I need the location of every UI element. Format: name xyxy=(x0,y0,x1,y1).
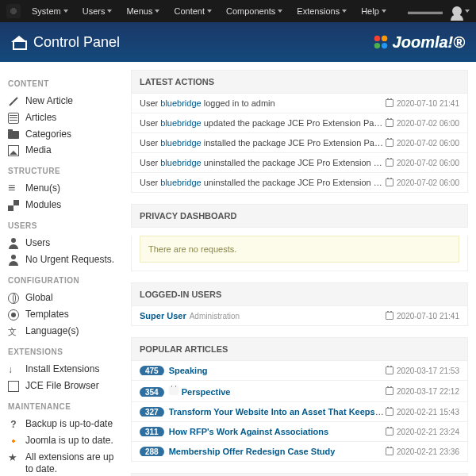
page-header: Control Panel Joomla!® xyxy=(0,22,476,62)
menu-content[interactable]: Content xyxy=(167,3,218,19)
chevron-down-icon xyxy=(63,10,68,13)
bars-icon xyxy=(8,183,19,194)
article-link[interactable]: Transform Your Website Into an Asset Tha… xyxy=(169,407,386,416)
article-link[interactable]: How RFP's Work Against Associations xyxy=(169,427,328,436)
home-icon xyxy=(11,36,25,48)
hit-count: 327 xyxy=(140,407,164,416)
menu-menus[interactable]: Menus xyxy=(120,3,166,19)
chevron-down-icon xyxy=(382,10,386,13)
sidebar-item-label: Media xyxy=(25,144,52,155)
timestamp: 2020-07-02 06:00 xyxy=(386,159,459,167)
img-icon xyxy=(8,145,19,156)
svg-point-1 xyxy=(381,36,386,41)
article-row: 327Transform Your Website Into an Asset … xyxy=(132,402,467,422)
menu-components[interactable]: Components xyxy=(220,3,289,19)
sidebar-item[interactable]: New Article xyxy=(8,93,115,109)
logged-in-panel: LOGGED-IN USERS Super UserAdministration… xyxy=(131,282,468,326)
action-row: User bluebridge uninstalled the package … xyxy=(132,153,467,173)
user-link[interactable]: bluebridge xyxy=(160,178,201,187)
folder-icon xyxy=(8,131,19,139)
timestamp: 2020-03-17 22:12 xyxy=(386,387,459,396)
user-link[interactable]: bluebridge xyxy=(160,118,201,128)
sidebar-heading: STRUCTURE xyxy=(8,167,115,175)
user-link[interactable]: bluebridge xyxy=(160,138,201,148)
action-row: User bluebridge installed the package JC… xyxy=(132,133,467,153)
recent-panel: RECENTLY ADDED ARTICLES ✓"How Do We Prov… xyxy=(131,473,468,476)
sidebar-item[interactable]: Backup is up-to-date xyxy=(8,416,115,432)
sidebar-heading: MAINTENANCE xyxy=(8,402,115,411)
sidebar-heading: CONTENT xyxy=(8,79,115,88)
calendar-icon xyxy=(386,159,393,167)
sidebar-item[interactable]: Templates xyxy=(8,306,115,323)
chevron-down-icon xyxy=(342,10,347,13)
calendar-icon xyxy=(386,139,393,147)
globe-icon xyxy=(8,293,19,304)
chevron-down-icon xyxy=(278,10,282,13)
hit-count: 288 xyxy=(140,447,164,456)
article-link[interactable]: Membership Offer Redesign Case Study xyxy=(169,447,336,456)
panel-heading: POPULAR ARTICLES xyxy=(131,337,468,361)
grid-icon xyxy=(8,200,19,211)
sidebar-heading: EXTENSIONS xyxy=(8,347,115,356)
sidebar-item-label: All extensions are up to date. xyxy=(25,451,115,474)
calendar-icon xyxy=(386,99,393,107)
user-icon xyxy=(452,6,462,16)
privacy-empty-message: There are no requests. xyxy=(140,236,459,263)
menu-system[interactable]: System xyxy=(25,3,75,19)
pencil-icon xyxy=(8,96,19,107)
calendar-icon xyxy=(386,367,393,374)
calendar-icon xyxy=(386,447,393,455)
sidebar-item[interactable]: Categories xyxy=(8,126,115,142)
article-row: 288Membership Offer Redesign Case Study2… xyxy=(132,442,467,461)
menu-help[interactable]: Help xyxy=(355,3,393,19)
q-icon xyxy=(8,419,19,430)
user-menu[interactable] xyxy=(452,6,470,16)
timestamp: 2020-02-21 23:36 xyxy=(386,447,459,456)
chevron-down-icon xyxy=(107,10,112,13)
sidebar-item[interactable]: Menu(s) xyxy=(8,180,115,197)
sidebar-item[interactable]: Language(s) xyxy=(8,323,115,340)
article-link[interactable]: Speaking xyxy=(169,366,208,375)
sidebar-item-label: Menu(s) xyxy=(25,182,60,194)
sidebar-heading: USERS xyxy=(8,221,115,230)
sidebar-item[interactable]: Global xyxy=(8,290,115,306)
svg-point-3 xyxy=(381,43,386,48)
timestamp: 2020-07-10 21:41 xyxy=(386,312,459,321)
chevron-down-icon xyxy=(207,10,212,13)
sidebar-item[interactable]: Joomla is up to date. xyxy=(8,432,115,449)
panel-heading: LATEST ACTIONS xyxy=(131,70,468,94)
menu-extensions[interactable]: Extensions xyxy=(290,3,353,19)
sidebar-item[interactable]: Modules xyxy=(8,197,115,213)
sidebar-item[interactable]: Install Extensions xyxy=(8,361,115,378)
site-name[interactable]: ▬▬▬▬ xyxy=(408,6,443,16)
sidebar: CONTENTNew ArticleArticlesCategoriesMedi… xyxy=(0,62,123,476)
sidebar-item-label: Backup is up-to-date xyxy=(25,418,113,429)
calendar-icon xyxy=(386,178,393,186)
user-link[interactable]: Super User xyxy=(140,311,186,321)
timestamp: 2020-07-10 21:41 xyxy=(386,99,459,108)
timestamp: 2020-03-17 21:53 xyxy=(386,367,459,375)
sidebar-item[interactable]: All extensions are up to date. xyxy=(8,449,115,476)
svg-point-0 xyxy=(374,36,379,41)
sidebar-item[interactable]: Articles xyxy=(8,109,115,126)
calendar-icon xyxy=(386,387,393,395)
user-link[interactable]: bluebridge xyxy=(160,158,201,167)
sidebar-item[interactable]: Users xyxy=(8,235,115,251)
article-link[interactable]: Perspective xyxy=(182,387,231,397)
topnav-menu: SystemUsersMenusContentComponentsExtensi… xyxy=(25,3,408,19)
joomla-icon xyxy=(8,436,19,447)
joomla-icon xyxy=(6,4,21,18)
page-title: Control Panel xyxy=(33,34,120,51)
timestamp: 2020-07-02 06:00 xyxy=(386,119,459,128)
sidebar-item-label: Language(s) xyxy=(25,325,79,336)
eye-icon xyxy=(8,309,19,321)
sidebar-item-label: Articles xyxy=(25,112,56,123)
user-link[interactable]: bluebridge xyxy=(160,98,201,108)
sidebar-item[interactable]: JCE File Browser xyxy=(8,378,115,394)
top-navbar: SystemUsersMenusContentComponentsExtensi… xyxy=(0,0,476,22)
sidebar-item[interactable]: Media xyxy=(8,142,115,159)
article-row: 311How RFP's Work Against Associations20… xyxy=(132,422,467,442)
sidebar-item[interactable]: No Urgent Requests. xyxy=(8,251,115,268)
menu-users[interactable]: Users xyxy=(76,3,119,19)
sidebar-item-label: Install Extensions xyxy=(25,363,99,374)
